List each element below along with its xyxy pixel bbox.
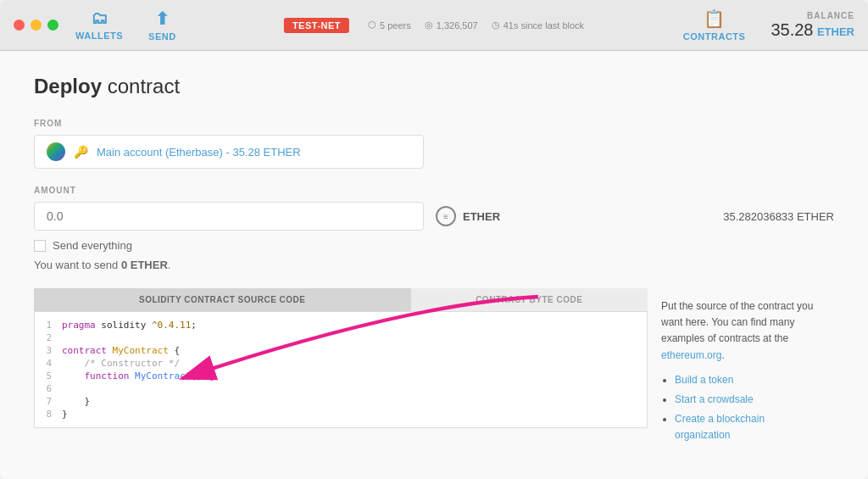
amount-row: ≡ ETHER 35.282036833 ETHER <box>34 202 834 231</box>
code-line-3: 3 contract MyContract { <box>35 344 647 357</box>
balance-label: BALANCE <box>771 11 854 20</box>
peers-stat: ⬡ 5 peers <box>368 19 411 31</box>
code-section: SOLIDITY CONTRACT SOURCE CODE CONTRACT B… <box>34 288 834 458</box>
account-name: Main account (Etherbase) - 35.28 ETHER <box>97 146 301 159</box>
code-content[interactable]: 1 pragma solidity ^0.4.11; 2 3 contract … <box>34 312 648 428</box>
balance-row: 35.28 ETHER <box>771 20 854 40</box>
wallets-label: WALLETS <box>75 31 123 41</box>
ethereum-link[interactable]: ethereum.org <box>661 349 721 361</box>
blocks-icon: ◎ <box>425 19 433 31</box>
amount-label: AMOUNT <box>34 186 834 195</box>
network-info: TEST-NET ⬡ 5 peers ◎ 1,326,507 ◷ 41s sin… <box>284 18 584 33</box>
titlebar: 🗂 WALLETS ⬆ SEND TEST-NET ⬡ 5 peers ◎ 1,… <box>0 0 868 51</box>
code-tabs: SOLIDITY CONTRACT SOURCE CODE CONTRACT B… <box>34 288 648 312</box>
clock-icon: ◷ <box>492 19 500 31</box>
info-text: Put the source of the contract you want … <box>661 298 821 364</box>
bytecode-tab[interactable]: CONTRACT BYTE CODE <box>411 288 648 312</box>
peers-icon: ⬡ <box>368 19 376 31</box>
account-avatar <box>47 142 65 161</box>
code-line-7: 7 } <box>35 395 647 408</box>
balance-amount: 35.28 <box>771 20 813 39</box>
lastblock-value: 41s since last block <box>504 20 584 31</box>
peers-value: 5 peers <box>380 20 411 31</box>
currency-selector[interactable]: ≡ ETHER <box>436 206 500 226</box>
info-link-token: Build a token <box>675 372 821 388</box>
send-everything-row: Send everything <box>34 239 834 252</box>
build-token-link[interactable]: Build a token <box>675 374 733 386</box>
maximize-button[interactable] <box>47 19 58 31</box>
info-panel: Put the source of the contract you want … <box>648 288 834 458</box>
contracts-icon: 📋 <box>704 8 726 29</box>
currency-label: ETHER <box>463 210 500 223</box>
amount-section: AMOUNT ≡ ETHER 35.282036833 ETHER Send e… <box>34 186 834 271</box>
send-everything-checkbox[interactable] <box>34 240 46 252</box>
send-label: SEND <box>148 31 176 42</box>
solidity-tab[interactable]: SOLIDITY CONTRACT SOURCE CODE <box>34 288 411 312</box>
contracts-nav[interactable]: 📋 CONTRACTS <box>683 8 746 42</box>
network-badge: TEST-NET <box>284 18 349 33</box>
balance-currency: ETHER <box>817 25 854 38</box>
send-info: You want to send 0 ETHER. <box>34 259 834 271</box>
balance-section: BALANCE 35.28 ETHER <box>771 11 854 40</box>
info-links-list: Build a token Start a crowdsale Create a… <box>661 372 821 444</box>
main-content: Deploy contract FROM 🔑 Main account (Eth… <box>0 51 868 479</box>
from-label: FROM <box>34 119 834 128</box>
from-section: FROM 🔑 Main account (Etherbase) - 35.28 … <box>34 119 834 169</box>
account-selector[interactable]: 🔑 Main account (Etherbase) - 35.28 ETHER <box>34 135 424 169</box>
page-title: Deploy contract <box>34 75 834 98</box>
code-line-8: 8 } <box>35 408 647 421</box>
code-editor-panel: SOLIDITY CONTRACT SOURCE CODE CONTRACT B… <box>34 288 648 458</box>
code-line-6: 6 <box>35 382 647 395</box>
code-line-1: 1 pragma solidity ^0.4.11; <box>35 319 647 331</box>
send-everything-label: Send everything <box>53 239 132 252</box>
contracts-label: CONTRACTS <box>683 31 746 42</box>
code-line-5: 5 function MyContract() { <box>35 370 647 382</box>
nav-items: 🗂 WALLETS ⬆ SEND <box>75 8 176 42</box>
blockchain-org-link[interactable]: Create a blockchain organization <box>675 413 765 441</box>
send-nav[interactable]: ⬆ SEND <box>148 8 176 42</box>
wallets-nav[interactable]: 🗂 WALLETS <box>75 8 123 42</box>
info-link-crowdsale: Start a crowdsale <box>675 392 821 408</box>
code-area-container: SOLIDITY CONTRACT SOURCE CODE CONTRACT B… <box>34 288 834 458</box>
code-line-4: 4 /* Constructor */ <box>35 357 647 370</box>
amount-input[interactable] <box>34 202 424 231</box>
window-controls <box>14 19 58 31</box>
wallets-icon: 🗂 <box>91 8 108 28</box>
close-button[interactable] <box>14 19 25 31</box>
app-window: 🗂 WALLETS ⬆ SEND TEST-NET ⬡ 5 peers ◎ 1,… <box>0 0 868 479</box>
lastblock-stat: ◷ 41s since last block <box>492 19 584 31</box>
available-balance: 35.282036833 ETHER <box>723 210 834 223</box>
key-icon: 🔑 <box>74 145 88 159</box>
info-link-org: Create a blockchain organization <box>675 411 821 443</box>
network-stats: ⬡ 5 peers ◎ 1,326,507 ◷ 41s since last b… <box>368 19 584 31</box>
crowdsale-link[interactable]: Start a crowdsale <box>675 393 754 405</box>
code-line-2: 2 <box>35 331 647 344</box>
send-icon: ⬆ <box>155 8 170 29</box>
ether-icon: ≡ <box>436 206 456 226</box>
blocks-stat: ◎ 1,326,507 <box>425 19 478 31</box>
blocks-value: 1,326,507 <box>437 20 478 31</box>
minimize-button[interactable] <box>31 19 42 31</box>
